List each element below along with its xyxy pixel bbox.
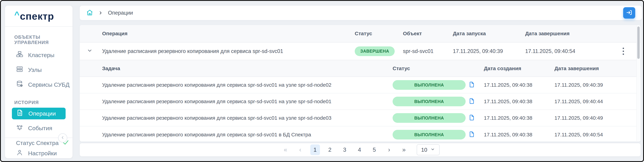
col-task-end-date: Дата завершения: [554, 65, 634, 71]
pagination-page-5[interactable]: 5: [370, 145, 379, 155]
sidebar-collapse-button[interactable]: [58, 133, 67, 143]
nodes-icon: [16, 65, 23, 74]
task-end-date: 17.11.2025, 09:40:44: [554, 99, 634, 104]
pagination-page-2[interactable]: 2: [325, 145, 335, 155]
task-log-button[interactable]: [468, 131, 484, 139]
task-name: Удаление расписания резервного копирован…: [86, 115, 392, 121]
login-button[interactable]: [623, 7, 635, 18]
sidebar-item-nodes[interactable]: Узлы: [5, 62, 72, 77]
database-gear-icon: [16, 80, 23, 89]
task-row: Удаление расписания резервного копирован…: [80, 110, 640, 126]
col-task-status: Статус: [392, 65, 468, 71]
page-size-select[interactable]: 10: [417, 144, 440, 155]
task-created-date: 17.11.2025, 09:40:38: [484, 99, 554, 104]
breadcrumb-current: Операции: [108, 10, 133, 16]
col-created-date: Дата создания: [484, 65, 554, 71]
home-icon[interactable]: [86, 9, 93, 17]
operation-row[interactable]: Удаление расписания резервного копирован…: [80, 42, 640, 60]
task-created-date: 17.11.2025, 09:40:38: [484, 115, 554, 121]
operation-menu-button[interactable]: [621, 46, 626, 57]
pagination-first-button[interactable]: «: [281, 145, 290, 155]
sidebar-section-history: ИСТОРИЯ: [14, 100, 72, 105]
task-row: Удаление расписания резервного копирован…: [80, 77, 640, 93]
sidebar-item-settings[interactable]: Настройки: [16, 148, 57, 159]
sidebar-divider: [5, 138, 72, 138]
chevron-down-icon: [86, 47, 93, 55]
topbar: Операции: [80, 6, 642, 20]
operation-object: spr-sd-svc01: [403, 48, 453, 54]
sidebar-item-operations[interactable]: Операции: [12, 108, 66, 119]
task-created-date: 17.11.2025, 09:40:38: [484, 132, 554, 138]
task-status-badge: ВЫПОЛНЕНА: [392, 80, 466, 90]
breadcrumb-separator-icon: [98, 10, 103, 15]
bell-icon: [16, 124, 23, 132]
sidebar-item-label: Настройки: [28, 150, 57, 157]
tasks-header-row: Задача Статус Дата создания Дата заверше…: [80, 60, 640, 77]
col-start-date: Дата запуска: [453, 31, 525, 36]
page-size-value: 10: [421, 147, 428, 153]
pagination-last-button[interactable]: »: [399, 145, 409, 155]
col-end-date: Дата завершения: [525, 31, 613, 36]
vertical-scrollbar[interactable]: [636, 25, 640, 141]
chevron-down-icon: [430, 147, 435, 153]
logo-text: спектр: [20, 10, 54, 22]
col-operation: Операция: [102, 31, 355, 36]
operation-status-badge: ЗАВЕРШЕНА: [355, 46, 395, 56]
task-name: Удаление расписания резервного копирован…: [86, 99, 392, 104]
logo-caret-icon: ^: [14, 9, 20, 20]
col-status: Статус: [355, 31, 403, 36]
sidebar-item-label: Сервисы СУБД: [28, 81, 70, 88]
task-log-button[interactable]: [468, 81, 484, 89]
app-window: ^ спектр ОБЪЕКТЫ УПРАВЛЕНИЯ Кластеры: [0, 0, 644, 162]
pagination: « ‹ 1 2 3 4 5 › » 10: [80, 143, 640, 156]
operations-header-row: Операция Статус Объект Дата запуска Дата…: [80, 25, 640, 42]
task-name: Удаление расписания резервного копирован…: [86, 82, 392, 88]
pagination-prev-button[interactable]: ‹: [296, 145, 305, 155]
task-log-button[interactable]: [468, 98, 484, 105]
task-end-date: 17.11.2025, 09:40:39: [554, 82, 634, 88]
chevron-left-icon: [60, 135, 65, 141]
collapse-operation-button[interactable]: [86, 47, 102, 55]
login-icon: [626, 9, 632, 16]
task-created-date: 17.11.2025, 09:40:38: [484, 82, 554, 88]
clusters-icon: [16, 51, 23, 59]
sidebar-item-clusters[interactable]: Кластеры: [5, 48, 72, 62]
task-row: Удаление расписания резервного копирован…: [80, 126, 640, 142]
sidebar-item-label: Операции: [28, 110, 56, 117]
user-icon: [16, 149, 23, 158]
pagination-page-3[interactable]: 3: [340, 145, 350, 155]
sidebar-item-label: Кластеры: [28, 52, 54, 58]
sidebar-item-db-services[interactable]: Сервисы СУБД: [5, 77, 72, 92]
logo: ^ спектр: [5, 6, 72, 27]
sidebar-section-objects: ОБЪЕКТЫ УПРАВЛЕНИЯ: [14, 34, 72, 45]
sidebar-item-label: Узлы: [28, 67, 42, 73]
task-status-badge: ВЫПОЛНЕНА: [392, 97, 466, 106]
task-end-date: 17.11.2025, 09:40:49: [554, 115, 634, 121]
task-log-button[interactable]: [468, 114, 484, 122]
task-status-badge: ВЫПОЛНЕНА: [392, 130, 466, 140]
operations-table: Операция Статус Объект Дата запуска Дата…: [80, 25, 640, 142]
document-icon: [16, 109, 24, 118]
scrollbar-thumb[interactable]: [637, 26, 640, 59]
pagination-page-1[interactable]: 1: [310, 145, 320, 155]
operation-name: Удаление расписания резервного копирован…: [102, 48, 355, 54]
col-object: Объект: [403, 31, 453, 36]
task-row: Удаление расписания резервного копирован…: [80, 93, 640, 110]
sidebar: ^ спектр ОБЪЕКТЫ УПРАВЛЕНИЯ Кластеры: [5, 6, 72, 158]
pagination-page-4[interactable]: 4: [355, 145, 364, 155]
col-task: Задача: [86, 65, 392, 71]
task-end-date: 17.11.2025, 09:40:54: [554, 132, 634, 138]
operation-start-date: 17.11.2025, 09:40:39: [453, 48, 525, 54]
task-status-badge: ВЫПОЛНЕНА: [392, 113, 466, 123]
sidebar-item-label: Статус Спектра: [16, 140, 58, 146]
sidebar-item-label: События: [28, 125, 52, 132]
operation-end-date: 17.11.2025, 09:40:54: [525, 48, 613, 54]
task-name: Удаление расписания резервного копирован…: [86, 132, 392, 138]
pagination-next-button[interactable]: ›: [384, 145, 394, 155]
